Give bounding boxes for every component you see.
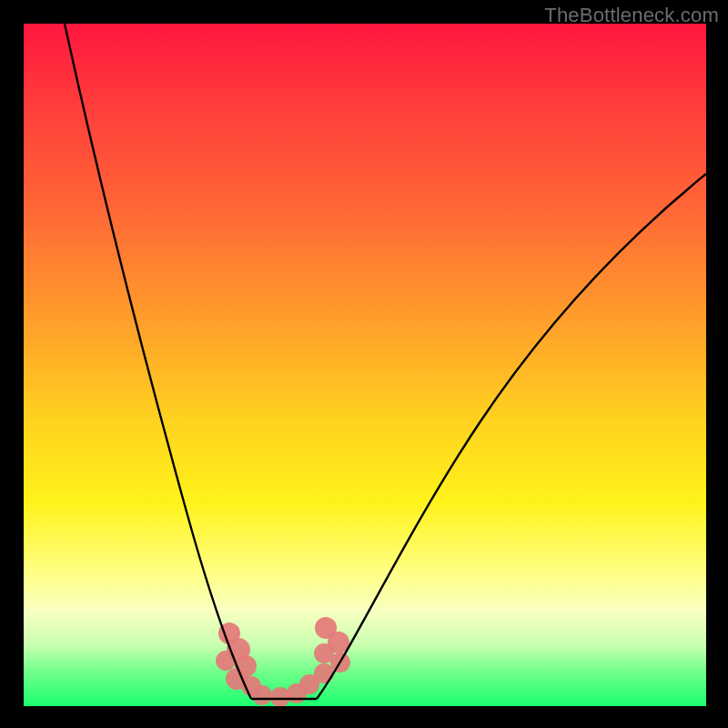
bump-cluster-right bbox=[270, 617, 350, 706]
chart-frame: TheBottleneck.com bbox=[0, 0, 728, 728]
curve-left-branch bbox=[65, 24, 251, 699]
watermark-text: TheBottleneck.com bbox=[544, 4, 719, 27]
curve-right-branch bbox=[317, 174, 706, 699]
svg-point-6 bbox=[252, 685, 272, 705]
plot-area bbox=[24, 24, 706, 706]
bottleneck-curve bbox=[24, 24, 706, 706]
svg-point-14 bbox=[270, 687, 290, 706]
